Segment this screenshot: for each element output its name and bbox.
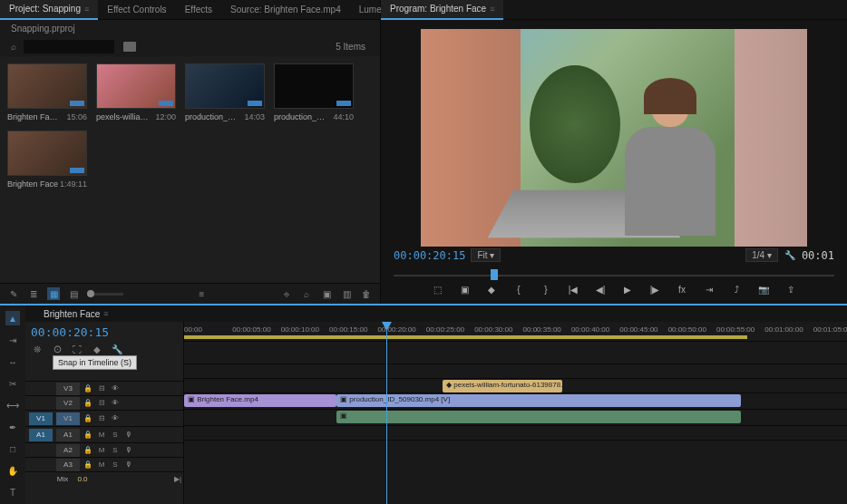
step-fwd-icon[interactable]: |▶ [647, 282, 662, 296]
icon-view-icon[interactable]: ▦ [47, 287, 60, 300]
sort-icon[interactable]: ≡ [196, 287, 209, 300]
sync-icon[interactable]: ⊟ [96, 383, 107, 394]
new-item-icon[interactable]: ▥ [340, 287, 353, 300]
marker-out-icon[interactable]: ▣ [457, 282, 472, 296]
marker-in-icon[interactable]: ⬚ [430, 282, 444, 296]
source-patch-a1[interactable]: A1 [29, 429, 53, 441]
program-timecode[interactable]: 00:00:20:15 [394, 249, 465, 262]
mute-button[interactable]: M [96, 430, 107, 441]
thumbnail-size-slider[interactable] [87, 293, 123, 296]
type-tool[interactable]: T [5, 485, 20, 499]
go-start-icon[interactable]: |◀ [566, 282, 580, 296]
hand-tool[interactable]: ✋ [5, 463, 20, 478]
track-target-v1[interactable]: V1 [56, 412, 80, 425]
write-icon[interactable]: ✎ [7, 287, 20, 300]
fx-icon[interactable]: fx [675, 282, 689, 296]
track-a3[interactable] [184, 440, 847, 454]
tab-effect-controls[interactable]: Effect Controls [98, 0, 175, 20]
find-icon[interactable]: ⌕ [300, 287, 313, 300]
track-target-a1[interactable]: A1 [56, 429, 80, 441]
track-target-a3[interactable]: A3 [56, 459, 80, 471]
ripple-tool[interactable]: ↔ [5, 354, 20, 369]
play-icon[interactable]: ▶ [620, 282, 635, 296]
timeline-clip[interactable]: ◆ pexels-william-fortunato-6139878.mp4 [443, 380, 562, 393]
timeline-clip[interactable]: ▣ Brighten Face.mp4 [184, 394, 336, 407]
bin-clip[interactable]: Brighten Face.mp415:06 [7, 63, 87, 121]
work-area-bar[interactable] [184, 335, 747, 339]
bin-search-input[interactable] [24, 40, 114, 53]
program-scrubber[interactable] [394, 269, 834, 276]
bin-clip[interactable]: Brighten Face1:49:11 [7, 131, 87, 189]
mic-icon[interactable]: 🎙 [123, 460, 134, 470]
zoom-fit-select[interactable]: Fit ▾ [471, 248, 501, 262]
tab-source[interactable]: Source: Brighten Face.mp4 [221, 0, 350, 20]
bin-clip[interactable]: pexels-william-fort...12:00 [96, 63, 176, 121]
playhead[interactable] [386, 322, 387, 504]
freeform-view-icon[interactable]: ▤ [67, 287, 80, 300]
automate-icon[interactable]: ⎆ [280, 287, 293, 300]
source-patch-v1[interactable]: V1 [29, 412, 53, 425]
timeline-tracks[interactable]: 00:0000:00:05:0000:00:10:0000:00:15:0000… [184, 322, 847, 504]
track-v3[interactable] [184, 363, 847, 378]
snapshot-icon[interactable]: 📷 [756, 282, 771, 296]
nest-icon[interactable]: ❊ [31, 343, 44, 355]
lock-icon[interactable]: 🔒 [83, 398, 93, 409]
sync-icon[interactable]: ⊟ [96, 413, 107, 424]
playback-res-select[interactable]: 1/4 ▾ [745, 248, 778, 262]
track-a1[interactable]: ▣ [184, 409, 847, 425]
mark-in-icon[interactable]: { [511, 282, 526, 296]
timeline-clip-audio[interactable]: ▣ [336, 411, 741, 423]
selection-tool[interactable]: ▲ [5, 311, 20, 325]
bin-clip[interactable]: production_ID_509...44:10 [274, 63, 354, 121]
mark-out-icon[interactable]: } [539, 282, 553, 296]
settings-icon[interactable]: 🔧 [111, 343, 123, 355]
scrubber-handle[interactable] [491, 269, 498, 280]
extract-icon[interactable]: ⤴ [729, 282, 744, 296]
lift-icon[interactable]: ⇥ [702, 282, 716, 296]
step-back-icon[interactable]: ◀| [593, 282, 608, 296]
mute-button[interactable]: M [96, 460, 107, 470]
solo-button[interactable]: S [110, 430, 121, 441]
export-frame-icon[interactable]: ⇪ [784, 282, 798, 296]
mic-icon[interactable]: 🎙 [123, 445, 134, 456]
track-v2[interactable]: ◆ pexels-william-fortunato-6139878.mp4 [184, 378, 847, 393]
trash-icon[interactable]: 🗑 [360, 287, 373, 300]
eye-icon[interactable]: 👁 [110, 413, 121, 424]
link-icon[interactable]: ⛶ [71, 343, 83, 355]
timeline-clip[interactable]: ▣ production_ID_509030.mp4 [V] [336, 394, 741, 407]
track-target-v2[interactable]: V2 [56, 397, 80, 410]
snap-icon[interactable]: 𐌏 [51, 343, 63, 355]
program-monitor[interactable] [381, 20, 847, 247]
mix-value[interactable]: 0.0 [73, 475, 92, 483]
folder-icon[interactable] [123, 42, 136, 52]
list-view-icon[interactable]: ≣ [27, 287, 40, 300]
close-icon[interactable]: ≡ [84, 5, 89, 14]
tab-project[interactable]: Project: Snapping≡ [0, 0, 98, 20]
add-marker-icon[interactable]: ◆ [484, 282, 499, 296]
track-target-a2[interactable]: A2 [56, 444, 80, 457]
eye-icon[interactable]: 👁 [110, 383, 121, 394]
bin-clip[interactable]: production_ID_461...14:03 [185, 63, 265, 121]
track-a2[interactable] [184, 425, 847, 440]
rectangle-tool[interactable]: □ [5, 441, 20, 456]
settings-icon[interactable]: 🔧 [784, 249, 796, 262]
slip-tool[interactable]: ⟷ [5, 398, 20, 412]
eye-icon[interactable]: 👁 [110, 398, 121, 409]
lock-icon[interactable]: 🔒 [83, 413, 93, 424]
close-icon[interactable]: ≡ [490, 5, 494, 14]
lock-icon[interactable]: 🔒 [83, 430, 93, 441]
sync-icon[interactable]: ⊟ [96, 398, 107, 409]
track-target-v3[interactable]: V3 [56, 383, 80, 395]
lock-icon[interactable]: 🔒 [83, 445, 93, 456]
lock-icon[interactable]: 🔒 [83, 460, 93, 470]
tab-program[interactable]: Program: Brighten Face≡ [381, 0, 503, 20]
solo-button[interactable]: S [110, 445, 121, 456]
track-select-tool[interactable]: ⇥ [5, 333, 20, 347]
mic-icon[interactable]: 🎙 [123, 430, 134, 441]
sequence-tab[interactable]: Brighten Face ≡ [34, 305, 118, 322]
timeline-timecode[interactable]: 00:00:20:15 [31, 325, 178, 339]
marker-icon[interactable]: ◆ [91, 343, 103, 355]
pen-tool[interactable]: ✒ [5, 420, 20, 434]
razor-tool[interactable]: ✂ [5, 376, 20, 391]
tab-effects[interactable]: Effects [176, 0, 221, 20]
